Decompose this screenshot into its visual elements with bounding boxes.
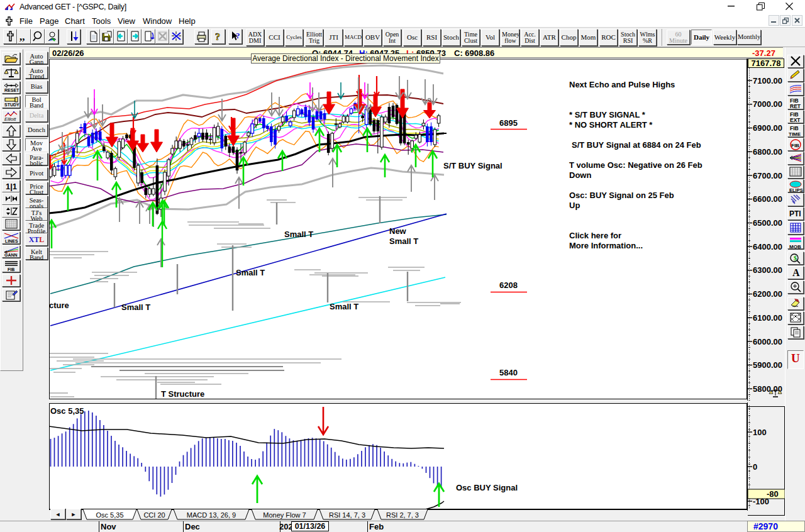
svg-text:U: U (791, 352, 800, 365)
svg-text:* S/T BUY SIGNAL *: * S/T BUY SIGNAL * (569, 110, 646, 119)
svg-text:FIB: FIB (8, 267, 14, 272)
svg-text:A: A (792, 267, 800, 278)
svg-text:MACD 13, 26, 9: MACD 13, 26, 9 (187, 511, 236, 519)
svg-text:GANN: GANN (4, 253, 18, 257)
svg-text:6100.00: 6100.00 (753, 313, 782, 323)
svg-text:-100: -100 (753, 497, 769, 506)
svg-text:RSI 14, 7, 3: RSI 14, 7, 3 (329, 511, 365, 519)
svg-text:6800.00: 6800.00 (753, 147, 782, 157)
svg-text:6200.00: 6200.00 (753, 289, 782, 299)
svg-text:More Information...: More Information... (569, 241, 643, 250)
svg-text:FIB: FIB (790, 125, 799, 131)
svg-text:$: $ (794, 255, 797, 262)
svg-text:TIME: TIME (789, 131, 801, 137)
svg-text:PTI: PTI (789, 209, 801, 218)
svg-text:Click here for: Click here for (569, 231, 621, 240)
svg-text:Up: Up (569, 201, 580, 210)
svg-text:Small T: Small T (330, 302, 358, 311)
svg-text:Small T: Small T (284, 230, 313, 239)
svg-text:6300.00: 6300.00 (753, 265, 782, 275)
svg-text:Next Echo and Pulse Highs: Next Echo and Pulse Highs (569, 80, 675, 89)
svg-text:Osc BUY Signal: Osc BUY Signal (456, 483, 518, 492)
svg-text:CCI 20: CCI 20 (143, 511, 165, 519)
svg-text:T volume Osc: Negative on 26 F: T volume Osc: Negative on 26 Feb (569, 160, 702, 170)
svg-text:Down: Down (569, 170, 591, 180)
svg-text:Osc 5,35: Osc 5,35 (96, 511, 123, 519)
svg-text:?: ? (236, 31, 240, 40)
svg-text:RESET: RESET (4, 88, 19, 92)
svg-text:1|1: 1|1 (6, 182, 17, 191)
svg-text:Elliott: Elliott (4, 116, 16, 121)
svg-text:Osc: BUY Signal on 25 Feb: Osc: BUY Signal on 25 Feb (569, 191, 674, 200)
svg-text:5800.00: 5800.00 (753, 384, 782, 394)
svg-text:Money Flow 7: Money Flow 7 (263, 511, 306, 519)
svg-text:5840: 5840 (499, 368, 518, 377)
svg-text:Small T: Small T (389, 236, 418, 246)
svg-text:cture: cture (49, 301, 69, 310)
svg-text:6400.00: 6400.00 (753, 242, 782, 252)
svg-text:6900.00: 6900.00 (753, 123, 782, 133)
svg-text:S/T BUY Signal at 6884 on 24 F: S/T BUY Signal at 6884 on 24 Feb (572, 140, 701, 150)
svg-text:RET: RET (790, 103, 801, 109)
svg-text:ELIPS: ELIPS (789, 187, 803, 192)
svg-text:6000.00: 6000.00 (753, 337, 782, 346)
svg-text:6208: 6208 (499, 280, 518, 290)
svg-text:6600.00: 6600.00 (753, 194, 782, 204)
svg-text:New: New (389, 226, 407, 236)
svg-text:STUDY: STUDY (4, 103, 19, 107)
svg-text:FIB: FIB (791, 143, 799, 148)
svg-text:RSI 2, 7, 3: RSI 2, 7, 3 (386, 511, 419, 519)
svg-text:7100.00: 7100.00 (753, 76, 782, 86)
svg-text:Small T: Small T (121, 302, 150, 312)
svg-text:MOB: MOB (789, 244, 801, 249)
svg-text:0: 0 (753, 462, 757, 472)
svg-text:?: ? (215, 31, 220, 42)
svg-text:100: 100 (753, 428, 767, 437)
svg-text:Small T: Small T (236, 268, 265, 277)
svg-text:LINES: LINES (5, 239, 18, 243)
svg-text:,,: ,, (19, 31, 25, 43)
svg-text:S/T BUY Signal: S/T BUY Signal (443, 161, 502, 170)
svg-text:5900.00: 5900.00 (753, 360, 782, 370)
svg-text:* NO SHORT ALERT *: * NO SHORT ALERT * (569, 120, 653, 130)
svg-text:EXT: EXT (790, 117, 801, 123)
svg-text:T Structure: T Structure (161, 389, 204, 399)
svg-text:7000.00: 7000.00 (753, 99, 782, 109)
svg-text:6700.00: 6700.00 (753, 171, 782, 180)
svg-text:6500.00: 6500.00 (753, 218, 782, 228)
svg-text:6895: 6895 (499, 118, 518, 128)
svg-text:Osc 5,35: Osc 5,35 (50, 406, 84, 416)
